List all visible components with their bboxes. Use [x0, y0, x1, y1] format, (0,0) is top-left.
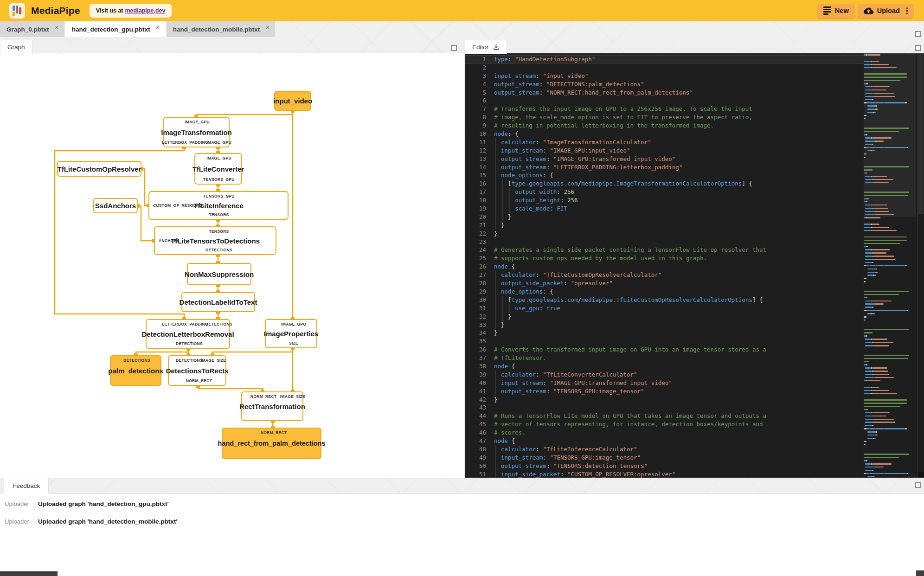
graph-node-SsdAnchors[interactable]: SsdAnchors	[93, 198, 138, 213]
node-title: ImageTransformation	[164, 118, 229, 147]
graph-tab-label: Graph	[7, 44, 25, 51]
graph-node-hand_rect_from_palm_detections[interactable]: NORM_RECThand_rect_from_palm_detections	[222, 428, 321, 459]
code-line: output_stream: "TENSORS_GPU:image_tensor…	[494, 387, 863, 396]
node-title: palm_detections	[111, 356, 160, 385]
file-tab-Graph_0.pbtxt[interactable]: Graph_0.pbtxt✕	[0, 21, 64, 37]
code-line: input_side_packet: "CUSTOM_OP_RESOLVER:o…	[494, 470, 863, 478]
graph-node-DetectionLabelIdToText[interactable]: DetectionLabelIdToText	[181, 292, 255, 312]
code-line	[494, 337, 863, 346]
code-line: }	[494, 213, 863, 221]
code-line: # vector of tensors representing, for in…	[494, 420, 863, 429]
graph-node-input_video[interactable]: input_video	[274, 91, 311, 111]
code-line: # TfLiteTensor.	[494, 354, 863, 362]
feedback-panel-expand-icon[interactable]	[915, 482, 921, 488]
workspace-expand-icon[interactable]	[915, 31, 921, 37]
code-line: # resulting in potential letterboxing in…	[494, 122, 863, 130]
file-tab-bar: Graph_0.pbtxt✕hand_detection_gpu.pbtxt✕h…	[0, 21, 276, 37]
code-line: }	[494, 230, 863, 238]
editor-scrollbar[interactable]	[917, 53, 924, 478]
code-line: # Runs a TensorFlow Lite model on GPU th…	[494, 412, 863, 420]
file-tab-hand_detection_mobile.pbtxt[interactable]: hand_detection_mobile.pbtxt✕	[167, 21, 276, 37]
cloud-upload-icon	[864, 7, 873, 14]
code-line: node {	[494, 437, 863, 445]
code-line: calculator: "ImageTransformationCalculat…	[494, 138, 863, 147]
editor-panel-expand-icon[interactable]	[915, 45, 921, 51]
node-title: ImageProperties	[266, 320, 316, 347]
graph-node-TfLiteConverter[interactable]: IMAGE_GPUTENSORS_GPUTfLiteConverter	[194, 153, 242, 185]
code-line: node_options: {	[494, 171, 863, 179]
app-title: MediaPipe	[31, 5, 80, 16]
file-tab-hand_detection_gpu.pbtxt[interactable]: hand_detection_gpu.pbtxt✕	[65, 21, 166, 37]
code-line: }	[494, 321, 863, 329]
more-options-icon[interactable]	[906, 7, 908, 14]
file-tab-label: Graph_0.pbtxt	[6, 26, 49, 33]
node-title: hand_rect_from_palm_detections	[223, 429, 321, 458]
node-title: RectTransformation	[242, 392, 302, 420]
node-title: input_video	[275, 92, 310, 110]
code-line: output_stream: "LETTERBOX_PADDING:letter…	[494, 163, 863, 172]
node-title: DetectionLetterboxRemoval	[147, 320, 229, 348]
editor-scrollbar-thumb[interactable]	[918, 54, 924, 214]
code-line: input_stream: "IMAGE_GPU:transformed_inp…	[494, 379, 863, 387]
visit-pill: Visit us at mediapipe.dev	[90, 4, 172, 18]
graph-node-TfLiteInference[interactable]: TENSORS_GPUTENSORSCUSTOM_OP_RESOLVERTfLi…	[148, 191, 289, 220]
feedback-message: Uploaded graph 'hand_detection_gpu.pbtxt…	[38, 500, 169, 507]
graph-node-TfLiteTensorsToDetections[interactable]: TENSORSDETECTIONSANCHORSTfLiteTensorsToD…	[154, 226, 276, 255]
visit-text: Visit us at	[96, 7, 123, 14]
code-line: calculator: "TfLiteCustomOpResolverCalcu…	[494, 271, 863, 279]
code-line	[494, 64, 863, 72]
corner-fragment	[916, 570, 924, 576]
graph-node-ImageProperties[interactable]: IMAGE_GPUSIZEImageProperties	[265, 319, 317, 348]
code-line: }	[494, 221, 863, 230]
feedback-panel: UploaderUploaded graph 'hand_detection_g…	[0, 493, 924, 576]
node-title: SsdAnchors	[94, 199, 137, 212]
close-tab-icon[interactable]: ✕	[55, 25, 59, 31]
feedback-message: Uploaded graph 'hand_detection_mobile.pb…	[38, 518, 177, 525]
file-tab-label: hand_detection_gpu.pbtxt	[72, 26, 150, 33]
editor-tab-label: Editor	[472, 44, 488, 51]
graph-node-palm_detections[interactable]: DETECTIONSpalm_detections	[110, 355, 161, 386]
code-line: node {	[494, 362, 863, 371]
code-line	[494, 238, 863, 246]
feedback-row: UploaderUploaded graph 'hand_detection_m…	[5, 518, 924, 525]
graph-node-ImageTransformation[interactable]: IMAGE_GPULETTERBOX_PADDINGIMAGE_GPUImage…	[163, 117, 230, 147]
upload-button[interactable]: Upload	[858, 4, 914, 18]
node-title: TfLiteInference	[149, 192, 288, 219]
code-line: output_width: 256	[494, 188, 863, 196]
mediapipe-visualizer: MediaPipe Visit us at mediapipe.dev New …	[0, 0, 924, 576]
code-line: node {	[494, 262, 863, 271]
new-graph-icon	[823, 6, 831, 16]
close-tab-icon[interactable]: ✕	[155, 25, 160, 31]
feedback-source: Uploader	[5, 500, 33, 507]
graph-panel-expand-icon[interactable]	[451, 45, 457, 51]
tab-graph[interactable]: Graph	[0, 40, 32, 54]
code-editor[interactable]: 1234567891011121314151617181920212223242…	[465, 53, 924, 478]
tab-feedback[interactable]: Feedback	[4, 478, 49, 493]
graph-node-RectTransformation[interactable]: NORM_RECTIMAGE_SIZERectTransformation	[241, 391, 303, 421]
new-button[interactable]: New	[817, 4, 855, 18]
code-line: [type.googleapis.com/mediapipe.TfLiteCus…	[494, 296, 863, 304]
graph-canvas[interactable]: input_videoIMAGE_GPULETTERBOX_PADDINGIMA…	[0, 53, 464, 478]
graph-node-TfLiteCustomOpResolver[interactable]: TfLiteCustomOpResolver	[57, 161, 141, 177]
mediapipe-dev-link[interactable]: mediapipe.dev	[125, 7, 166, 14]
code-line: input_stream: "TENSORS_GPU:image_tensor"	[494, 454, 863, 462]
status-bar-fragment	[0, 571, 58, 576]
code-line: calculator: "TfLiteInferenceCalculator"	[494, 445, 863, 454]
download-icon[interactable]	[493, 44, 500, 51]
tab-editor[interactable]: Editor	[465, 40, 507, 54]
code-line: }	[494, 313, 863, 321]
node-title: TfLiteConverter	[195, 154, 241, 184]
code-line: output_stream: "NORM_RECT:hand_rect_from…	[494, 89, 863, 97]
code-line: # Generates a single side packet contain…	[494, 246, 863, 254]
graph-node-NonMaxSuppression[interactable]: NonMaxSuppression	[187, 263, 251, 285]
graph-node-DetectionLetterboxRemoval[interactable]: LETTERBOX_PADDINGDETECTIONSDETECTIONSDet…	[146, 319, 230, 349]
code-line: type: "HandDetectionSubgraph"	[494, 55, 863, 64]
feedback-row: UploaderUploaded graph 'hand_detection_g…	[5, 500, 924, 507]
node-title: DetectionsToRects	[169, 356, 225, 385]
graph-node-DetectionsToRects[interactable]: DETECTIONSIMAGE_SIZENORM_RECTDetectionsT…	[168, 355, 226, 386]
minimap[interactable]	[864, 53, 916, 478]
code-line: calculator: "TfLiteConverterCalculator"	[494, 371, 863, 379]
code-area[interactable]: type: "HandDetectionSubgraph"input_strea…	[494, 55, 863, 478]
close-tab-icon[interactable]: ✕	[265, 25, 270, 31]
code-line: }	[494, 396, 863, 404]
